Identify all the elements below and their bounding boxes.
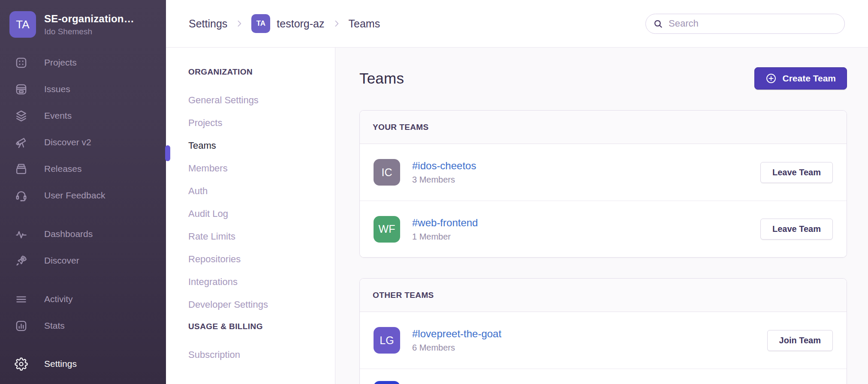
sidebar-item-projects[interactable]: Projects	[0, 49, 166, 76]
team-avatar	[374, 381, 400, 384]
sidebar-bottom: Settings	[0, 351, 166, 377]
telescope-icon	[15, 136, 28, 149]
team-row-idos-cheetos: IC #idos-cheetos 3 Members Leave Team	[360, 144, 847, 201]
breadcrumb-teams-label: Teams	[349, 18, 380, 30]
team-link[interactable]: #lovepreet-the-goat	[412, 328, 501, 339]
team-row-web-frontend: WF #web-frontend 1 Member Leave Team	[360, 201, 847, 257]
org-switcher[interactable]: TA SE-organization… Ido Shemesh	[0, 0, 166, 38]
settings-nav-item-rate-limits[interactable]: Rate Limits	[188, 231, 335, 242]
team-link[interactable]: #idos-cheetos	[412, 160, 476, 171]
team-members-count: 6 Members	[412, 343, 501, 353]
create-team-label: Create Team	[782, 73, 836, 84]
sidebar-item-releases[interactable]: Releases	[0, 156, 166, 182]
releases-icon	[15, 162, 28, 176]
rocket-icon	[15, 254, 28, 267]
events-icon	[15, 109, 28, 123]
breadcrumb-organization[interactable]: TA testorg-az	[251, 14, 324, 33]
chevron-right-icon	[235, 19, 244, 28]
breadcrumb-settings[interactable]: Settings	[189, 18, 227, 30]
headset-icon	[15, 189, 28, 202]
org-avatar: TA	[9, 11, 36, 38]
team-avatar: WF	[374, 216, 400, 243]
team-link[interactable]: #web-frontend	[412, 217, 478, 228]
sidebar-active-indicator	[165, 145, 170, 161]
chevron-right-icon	[332, 19, 341, 28]
top-header: Settings TA testorg-az Teams	[166, 0, 868, 48]
join-team-button[interactable]: Join Team	[767, 330, 833, 351]
team-row-lovepreet-the-goat: LG #lovepreet-the-goat 6 Members Join Te…	[360, 312, 847, 369]
org-user-name: Ido Shemesh	[44, 27, 134, 36]
org-name: SE-organization…	[44, 13, 134, 25]
search-bar	[645, 14, 845, 34]
gear-icon	[15, 357, 28, 371]
sidebar-item-issues[interactable]: Issues	[0, 76, 166, 102]
leave-team-button[interactable]: Leave Team	[760, 219, 833, 240]
panel-your-teams: YOUR TEAMS IC #idos-cheetos 3 Members Le…	[359, 110, 847, 258]
sidebar-item-stats[interactable]: Stats	[0, 312, 166, 339]
settings-nav-item-teams[interactable]: Teams	[188, 140, 335, 151]
breadcrumb-organization-label: testorg-az	[277, 18, 324, 30]
panel-header: YOUR TEAMS	[360, 111, 847, 144]
sidebar-item-activity[interactable]: Activity	[0, 286, 166, 312]
settings-nav-item-projects[interactable]: Projects	[188, 117, 335, 129]
settings-nav-section-organization: ORGANIZATION	[188, 67, 335, 77]
settings-nav-item-members[interactable]: Members	[188, 163, 335, 174]
sidebar-item-dashboards[interactable]: Dashboards	[0, 221, 166, 247]
main-content: Teams Create Team YOUR TEAMS IC #idos-ch…	[335, 48, 868, 384]
panel-other-teams: OTHER TEAMS LG #lovepreet-the-goat 6 Mem…	[359, 278, 847, 384]
settings-nav-section-usage-billing: USAGE & BILLING	[188, 322, 335, 331]
team-avatar: LG	[374, 327, 400, 354]
team-members-count: 1 Member	[412, 232, 478, 242]
projects-icon	[15, 56, 28, 69]
pulse-icon	[15, 228, 28, 241]
search-input[interactable]	[645, 14, 845, 34]
team-avatar: IC	[374, 159, 400, 186]
sidebar-item-discover[interactable]: Discover	[0, 247, 166, 274]
settings-nav-item-developer-settings[interactable]: Developer Settings	[188, 299, 335, 310]
issues-icon	[15, 83, 28, 96]
plus-circle-icon	[766, 73, 777, 84]
page-title: Teams	[359, 70, 404, 87]
create-team-button[interactable]: Create Team	[754, 67, 847, 90]
sidebar-item-settings[interactable]: Settings	[0, 351, 166, 377]
settings-nav-item-subscription[interactable]: Subscription	[188, 349, 335, 360]
team-row-partial	[360, 369, 847, 384]
settings-nav-item-integrations[interactable]: Integrations	[188, 276, 335, 288]
settings-nav-item-auth[interactable]: Auth	[188, 186, 335, 197]
sidebar-item-user-feedback[interactable]: User Feedback	[0, 182, 166, 209]
search-icon	[653, 19, 663, 29]
team-members-count: 3 Members	[412, 175, 476, 185]
breadcrumb: Settings TA testorg-az Teams	[189, 14, 380, 33]
settings-nav-item-audit-log[interactable]: Audit Log	[188, 208, 335, 219]
sidebar-nav: Projects Issues Events Discover v2 Relea…	[0, 38, 166, 339]
settings-nav-item-repositories[interactable]: Repositories	[188, 254, 335, 265]
breadcrumb-teams[interactable]: Teams	[349, 18, 380, 30]
sidebar-item-events[interactable]: Events	[0, 102, 166, 129]
panel-header: OTHER TEAMS	[360, 279, 847, 312]
breadcrumb-settings-label: Settings	[189, 18, 227, 30]
sidebar: TA SE-organization… Ido Shemesh Projects…	[0, 0, 166, 384]
org-badge: TA	[251, 14, 270, 33]
settings-nav-item-general-settings[interactable]: General Settings	[188, 95, 335, 106]
lines-icon	[15, 293, 28, 306]
stats-icon	[15, 319, 28, 333]
sidebar-item-discover-v2[interactable]: Discover v2	[0, 129, 166, 156]
leave-team-button[interactable]: Leave Team	[760, 162, 833, 183]
settings-nav: ORGANIZATIONGeneral SettingsProjectsTeam…	[166, 48, 335, 384]
